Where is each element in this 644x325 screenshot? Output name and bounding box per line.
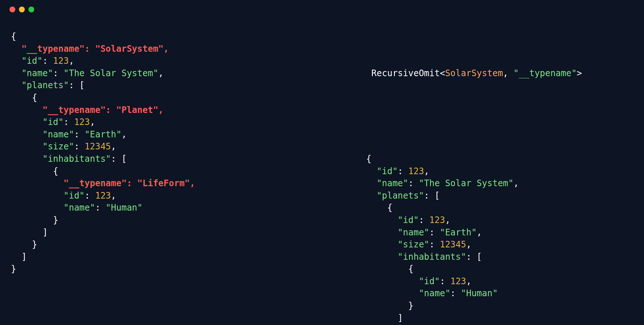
code-line: "id": 123, [11,55,315,67]
code-token [329,178,377,188]
code-token [11,129,43,140]
code-line: "size": 12345, [329,239,633,251]
code-token: } [11,239,37,250]
code-token: "id" [419,276,440,286]
code-token: 123 [95,191,111,201]
code-token: , [158,68,164,78]
right-code-block: { "id": 123, "name": "The Solar System",… [329,153,633,325]
code-token: 12345 [85,141,111,152]
code-token: : [ [466,252,482,262]
code-token: { [329,203,392,213]
code-line: { [329,202,633,214]
code-token: } [11,264,16,274]
code-token: ] [11,227,48,238]
code-token: , [121,129,126,140]
code-token: "id" [398,215,419,225]
type-fn: RecursiveOmit [372,68,440,78]
code-line: ] [11,227,315,239]
code-token: { [329,154,372,164]
code-token: "name" [419,288,451,298]
code-line: "id": 123, [329,275,633,288]
code-token: ] [11,252,27,262]
code-token: "inhabitants" [43,154,111,164]
omit-key: "__typename" [514,68,577,78]
code-token: { [11,31,16,42]
code-token: "Human" [106,203,142,213]
code-token: , [466,276,471,286]
code-token: "name" [398,227,429,238]
code-token: , [111,191,116,201]
code-line: { [11,31,315,43]
code-token [329,288,419,298]
code-token: "name" [64,203,95,213]
right-code-column: RecursiveOmit<SolarSystem, "__typename">… [329,31,633,325]
code-token: "Earth" [440,227,476,238]
code-line: "name": "Earth", [11,129,315,141]
code-line: "planets": [ [329,190,633,202]
code-token: , [69,56,74,66]
maximize-icon[interactable] [28,7,34,12]
code-token: "size" [398,239,429,250]
code-token: , [445,215,450,225]
code-token [11,154,43,164]
code-token: : [408,178,419,188]
code-token: 123 [53,56,69,66]
minimize-icon[interactable] [19,7,25,12]
code-token [329,239,398,250]
code-token: : [419,215,429,225]
code-token: "planets" [377,191,424,201]
window-titlebar [0,0,644,12]
comma-sep: , [503,68,514,78]
code-token: "id" [21,56,43,66]
code-token: 12345 [440,239,466,250]
close-icon[interactable] [9,7,15,12]
code-token [11,191,64,201]
code-line: "id": 123, [11,190,315,202]
type-expression: RecursiveOmit<SolarSystem, "__typename"> [329,55,633,92]
code-token [11,44,21,54]
code-line: "inhabitants": [ [329,251,633,263]
code-line: "name": "Human" [11,202,315,214]
code-token [329,191,377,201]
code-token: "__typename": "LifeForm", [64,178,195,188]
code-token [11,105,43,115]
code-token: , [90,117,95,127]
code-token: : [74,129,85,140]
code-token: "id" [377,166,398,176]
code-token [11,178,64,188]
code-token [329,166,377,176]
code-token: : [53,68,64,78]
code-line: "name": "The Solar System", [11,67,315,80]
code-token: } [329,301,413,311]
code-token: : [74,141,85,152]
code-token: : [95,203,106,213]
code-token: 123 [408,166,424,176]
left-code-block: { "__typename": "SolarSystem", "id": 123… [11,31,315,325]
code-token: "name" [21,68,53,78]
code-line: "id": 123, [329,165,633,178]
code-token [329,276,419,286]
code-line: { [329,153,633,165]
code-line: } [11,263,315,275]
code-line: "__typename": "SolarSystem", [11,43,315,55]
code-token: : [450,288,461,298]
code-line: "name": "Earth", [329,227,633,239]
code-token: "The Solar System" [64,68,158,78]
code-token: "The Solar System" [419,178,514,188]
code-token [11,80,21,90]
code-window: { "__typename": "SolarSystem", "id": 123… [0,0,644,325]
code-token: : [429,227,440,238]
code-content: { "__typename": "SolarSystem", "id": 123… [0,12,644,325]
code-token: "id" [64,191,85,201]
code-line: ] [329,312,633,325]
code-token: : [64,117,74,127]
code-token: , [466,239,471,250]
code-line: "name": "The Solar System", [329,177,633,190]
code-token: : [440,276,450,286]
code-line: } [11,214,315,227]
code-token: : [ [69,80,85,90]
code-token: "name" [43,129,74,140]
code-line: "size": 12345, [11,141,315,153]
code-token [11,56,21,66]
generic-type: SolarSystem [445,68,503,78]
